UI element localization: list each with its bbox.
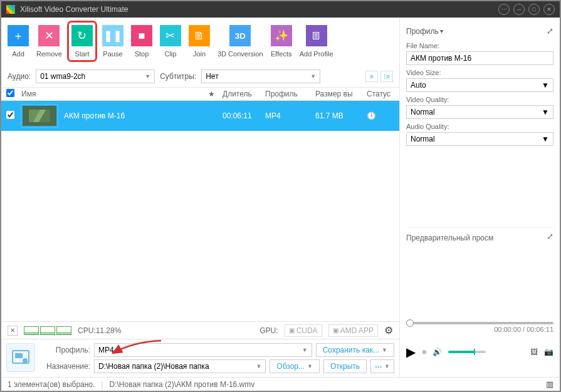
videosize-label: Video Size:: [406, 69, 553, 76]
svg-point-2: [23, 358, 28, 363]
seek-slider[interactable]: [406, 322, 553, 324]
pause-button[interactable]: ❚❚Pause: [102, 25, 123, 62]
audio-select[interactable]: 01 wma9-2ch▼: [36, 70, 155, 83]
header-profile[interactable]: Профиль: [265, 90, 315, 98]
remove-button[interactable]: ✕Remove: [36, 25, 62, 62]
cpu-meter: [24, 326, 71, 335]
videoquality-select[interactable]: Normal▼: [406, 105, 553, 119]
header-name[interactable]: Имя: [21, 90, 200, 98]
subtitles-label: Субтитры:: [160, 72, 196, 81]
status-selected: 1 элемента(ов) выбрано.: [8, 380, 95, 389]
volume-icon[interactable]: 🔊: [433, 348, 442, 356]
list-icon[interactable]: ▥: [546, 379, 553, 389]
snapshot-folder-icon[interactable]: 🖼: [530, 348, 538, 356]
stop-playback-button[interactable]: ■: [422, 348, 426, 356]
app-logo: [6, 5, 15, 14]
play-button[interactable]: ▶: [406, 344, 416, 359]
expand-icon[interactable]: ⤢: [547, 26, 553, 36]
add-button[interactable]: ＋Add: [8, 25, 29, 62]
add-profile-button[interactable]: 🗏Add Profile: [300, 25, 333, 62]
maximize-button[interactable]: □: [528, 4, 540, 15]
destination-label: Назначение:: [41, 362, 90, 371]
row-thumbnail: [21, 105, 58, 127]
minimize-button[interactable]: ─: [513, 4, 525, 15]
row-status-icon: 🕓: [367, 111, 399, 120]
browse-button[interactable]: Обзор...▼: [270, 359, 320, 373]
filename-input[interactable]: АКМ против М-16: [406, 51, 553, 65]
preview-expand-icon[interactable]: ⤢: [547, 232, 553, 241]
audioquality-label: Audio Quality:: [406, 123, 553, 130]
gpu-label: GPU:: [260, 326, 278, 335]
videosize-select[interactable]: Auto▼: [406, 78, 553, 92]
stop-button[interactable]: ■Stop: [131, 25, 152, 62]
volume-slider[interactable]: [448, 351, 486, 353]
open-button[interactable]: Открыть: [323, 359, 367, 373]
profile-select[interactable]: MP4▼: [94, 343, 312, 357]
header-duration[interactable]: Длитель: [223, 90, 265, 98]
settings-icon[interactable]: ⚙: [384, 324, 393, 336]
amd-button[interactable]: ▣ AMD APP: [328, 324, 378, 337]
view-detail-button[interactable]: ⁝≡: [380, 71, 393, 82]
header-status[interactable]: Статус: [367, 90, 399, 98]
row-size: 61.7 MB: [315, 111, 367, 120]
effects-button[interactable]: ✨Effects: [271, 25, 292, 62]
destination-select[interactable]: D:\Новая папка (2)\Новая папка▼: [94, 359, 266, 373]
3d-button[interactable]: 3D3D Conversion: [218, 25, 263, 62]
videoquality-label: Video Quality:: [406, 96, 553, 103]
cpu-label: CPU:11.28%: [78, 326, 121, 335]
header-size[interactable]: Размер вы: [315, 90, 367, 98]
view-list-button[interactable]: ≡: [365, 71, 378, 82]
time-display: 00:00:00 / 00:06:11: [406, 326, 553, 333]
snapshot-icon[interactable]: 📷: [544, 348, 553, 356]
options-button[interactable]: ⋯: [498, 4, 510, 15]
audioquality-select[interactable]: Normal▼: [406, 132, 553, 146]
header-star[interactable]: ★: [200, 90, 223, 98]
audio-label: Аудио:: [8, 72, 31, 81]
profile-panel-heading: Профиль▾ ⤢: [406, 26, 553, 36]
profile-label: Профиль:: [41, 346, 90, 354]
svg-rect-1: [15, 353, 23, 358]
row-duration: 00:06:11: [223, 111, 265, 120]
join-button[interactable]: 🗎Join: [189, 25, 210, 62]
advanced-button[interactable]: ›››▼: [370, 359, 394, 373]
preview-heading: Предварительный просм⤢: [406, 232, 553, 243]
cuda-button[interactable]: ▣ CUDA: [285, 324, 322, 337]
close-button[interactable]: ✕: [543, 4, 555, 15]
window-title: Xilisoft Video Converter Ultimate: [20, 5, 495, 14]
filename-label: File Name:: [406, 42, 553, 49]
row-profile: MP4: [265, 111, 315, 120]
start-button[interactable]: ↻Start: [71, 25, 93, 58]
profile-icon: [6, 343, 35, 372]
status-path: D:\Новая папка (2)\АКМ против М-16.wmv: [109, 380, 254, 389]
subtitles-select[interactable]: Нет▼: [201, 70, 320, 83]
table-row[interactable]: АКМ против М-16 00:06:11 MP4 61.7 MB 🕓: [1, 101, 399, 131]
select-all-checkbox[interactable]: [6, 89, 14, 97]
row-checkbox[interactable]: [6, 111, 14, 119]
clip-button[interactable]: ✂Clip: [160, 25, 181, 62]
start-highlight: ↻Start: [67, 21, 97, 62]
save-as-button[interactable]: Сохранить как...▼: [316, 343, 394, 357]
close-panel-icon[interactable]: ✕: [8, 326, 18, 336]
row-name: АКМ против М-16: [64, 111, 200, 120]
